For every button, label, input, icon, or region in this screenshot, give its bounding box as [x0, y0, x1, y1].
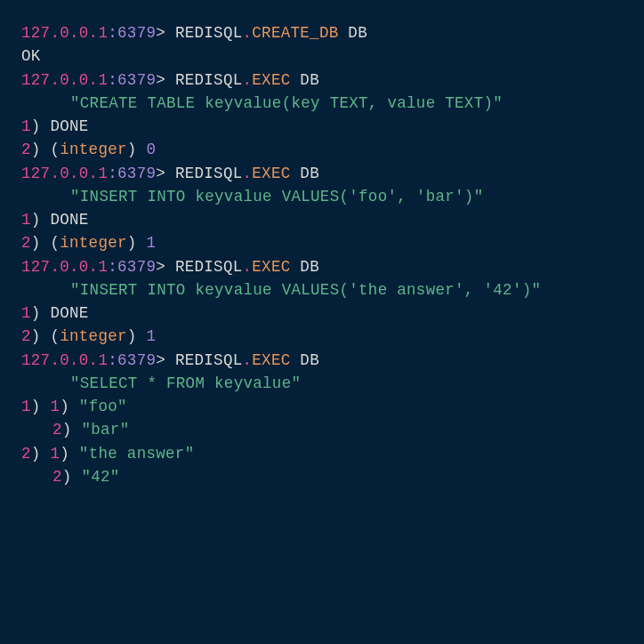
result-row-2-2: 2) "42" — [21, 465, 623, 488]
prompt-line-4: 127.0.0.1:6379> REDISQL.EXEC DB — [21, 255, 623, 278]
ip-addr: 127.0.0.1 — [21, 258, 108, 276]
cmd-exec: EXEC — [252, 351, 290, 369]
cmd-dot: . — [243, 258, 253, 276]
colon: : — [108, 351, 117, 369]
prompt-line-3: 127.0.0.1:6379> REDISQL.EXEC DB — [21, 162, 623, 185]
cmd-exec: EXEC — [252, 258, 290, 276]
port: 6379 — [117, 165, 156, 182]
sql-insert-answer: "INSERT INTO keyvalue VALUES('the answer… — [21, 278, 623, 302]
cmd-dot: . — [243, 165, 253, 182]
cmd-exec: EXEC — [252, 71, 290, 89]
prompt-line-2: 127.0.0.1:6379> REDISQL.EXEC DB — [21, 68, 623, 92]
prompt-gt: > — [156, 165, 165, 182]
cmd-createdb: CREATE_DB — [252, 24, 338, 42]
port: 6379 — [117, 351, 156, 369]
port: 6379 — [117, 71, 156, 89]
cmd-redisql: REDISQL — [175, 71, 243, 89]
colon: : — [108, 258, 117, 276]
colon: : — [108, 165, 117, 182]
result-line-int: 2) (integer) 1 — [21, 325, 623, 348]
cmd-redisql: REDISQL — [175, 24, 243, 42]
cmd-exec: EXEC — [252, 165, 290, 182]
result-line-done: 1) DONE — [21, 115, 623, 138]
result-line-int: 2) (integer) 1 — [21, 231, 623, 254]
prompt-gt: > — [156, 24, 165, 42]
cmd-arg-db: DB — [300, 165, 319, 182]
result-row-2-1: 2) 1) "the answer" — [21, 442, 623, 465]
cmd-arg-db: DB — [300, 71, 319, 89]
prompt-gt: > — [156, 351, 165, 369]
colon: : — [108, 24, 117, 42]
port: 6379 — [117, 258, 156, 276]
cmd-arg-db: DB — [300, 351, 319, 369]
ip-addr: 127.0.0.1 — [21, 71, 108, 89]
cmd-redisql: REDISQL — [175, 258, 243, 276]
result-row-1-1: 1) 1) "foo" — [21, 395, 623, 418]
cmd-dot: . — [243, 71, 253, 89]
result-row-1-2: 2) "bar" — [21, 418, 623, 441]
ip-addr: 127.0.0.1 — [21, 351, 108, 369]
cmd-redisql: REDISQL — [175, 351, 243, 369]
result-line-done: 1) DONE — [21, 302, 623, 325]
prompt-gt: > — [156, 71, 165, 89]
sql-select: "SELECT * FROM keyvalue" — [21, 372, 623, 395]
ip-addr: 127.0.0.1 — [21, 24, 108, 42]
sql-create-table: "CREATE TABLE keyvalue(key TEXT, value T… — [21, 92, 623, 115]
prompt-line-1: 127.0.0.1:6379> REDISQL.CREATE_DB DB — [21, 21, 623, 44]
cmd-dot: . — [243, 351, 253, 369]
colon: : — [108, 71, 117, 89]
sql-insert-foo: "INSERT INTO keyvalue VALUES('foo', 'bar… — [21, 185, 623, 208]
cmd-arg-db: DB — [348, 24, 367, 42]
result-line-done: 1) DONE — [21, 208, 623, 231]
cmd-dot: . — [243, 24, 253, 42]
cmd-arg-db: DB — [300, 258, 319, 276]
prompt-line-5: 127.0.0.1:6379> REDISQL.EXEC DB — [21, 349, 623, 372]
result-ok: OK — [21, 44, 623, 68]
cmd-redisql: REDISQL — [175, 165, 243, 182]
port: 6379 — [117, 24, 156, 42]
ip-addr: 127.0.0.1 — [21, 165, 108, 182]
terminal-output: 127.0.0.1:6379> REDISQL.CREATE_DB DB OK … — [21, 21, 623, 488]
result-line-int: 2) (integer) 0 — [21, 138, 623, 161]
prompt-gt: > — [156, 258, 165, 276]
